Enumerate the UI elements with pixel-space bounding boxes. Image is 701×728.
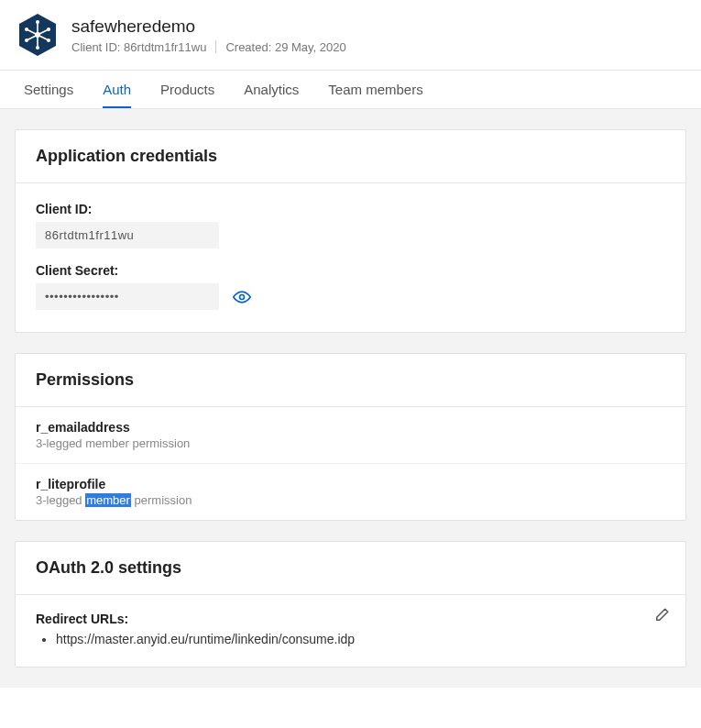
permission-desc: 3-legged member permission — [36, 436, 665, 450]
svg-point-13 — [47, 39, 50, 42]
tab-bar: Settings Auth Products Analytics Team me… — [0, 70, 701, 109]
permission-item: r_liteprofile 3-legged member permission — [16, 463, 685, 520]
eye-icon — [233, 288, 251, 306]
app-name: safewheredemo — [71, 17, 346, 37]
permission-item: r_emailaddress 3-legged member permissio… — [16, 407, 685, 463]
svg-point-10 — [25, 28, 28, 31]
tab-team-members[interactable]: Team members — [328, 71, 422, 108]
credentials-title: Application credentials — [16, 130, 685, 183]
svg-point-8 — [36, 20, 39, 24]
header-created: Created: 29 May, 2020 — [225, 40, 345, 54]
pencil-icon — [653, 607, 670, 623]
app-logo-icon — [18, 13, 57, 57]
svg-point-9 — [36, 46, 39, 50]
redirect-url-item: https://master.anyid.eu/runtime/linkedin… — [56, 632, 665, 646]
permissions-title: Permissions — [16, 354, 685, 407]
client-secret-field[interactable] — [36, 283, 219, 310]
redirect-urls-label: Redirect URLs: — [36, 612, 665, 626]
edit-oauth-button[interactable] — [651, 604, 673, 626]
header-client-id: Client ID: 86rtdtm1fr11wu — [71, 40, 206, 54]
reveal-secret-button[interactable] — [232, 287, 252, 307]
client-id-field[interactable] — [36, 222, 219, 248]
oauth-panel: OAuth 2.0 settings Redirect URLs: https:… — [15, 541, 686, 667]
redirect-urls-list: https://master.anyid.eu/runtime/linkedin… — [36, 632, 665, 646]
oauth-title: OAuth 2.0 settings — [16, 542, 685, 595]
tab-analytics[interactable]: Analytics — [244, 71, 299, 108]
permission-name: r_emailaddress — [36, 420, 665, 435]
meta-divider — [215, 40, 216, 53]
app-header: safewheredemo Client ID: 86rtdtm1fr11wu … — [0, 0, 701, 70]
permission-name: r_liteprofile — [36, 477, 665, 491]
tab-auth[interactable]: Auth — [103, 71, 131, 108]
app-meta: Client ID: 86rtdtm1fr11wu Created: 29 Ma… — [71, 40, 346, 54]
client-id-label: Client ID: — [36, 202, 665, 216]
tab-settings[interactable]: Settings — [24, 71, 73, 108]
credentials-panel: Application credentials Client ID: Clien… — [15, 129, 686, 333]
permissions-panel: Permissions r_emailaddress 3-legged memb… — [15, 353, 686, 521]
svg-point-12 — [25, 39, 28, 42]
svg-point-11 — [47, 28, 50, 31]
permission-desc: 3-legged member permission — [36, 493, 665, 507]
tab-products[interactable]: Products — [160, 71, 214, 108]
svg-point-14 — [240, 294, 245, 299]
content-area: Application credentials Client ID: Clien… — [0, 109, 701, 688]
client-secret-label: Client Secret: — [36, 263, 665, 278]
